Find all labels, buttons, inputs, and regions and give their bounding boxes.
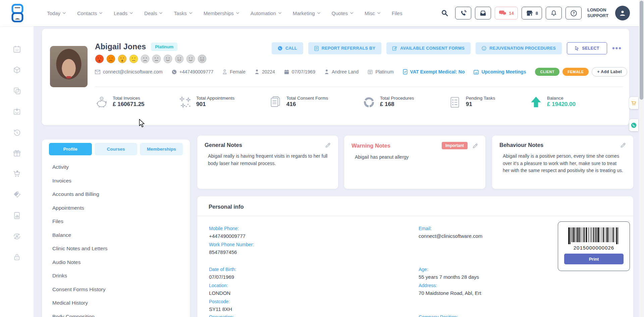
chevron-down-icon bbox=[236, 12, 239, 14]
mood-face-2-icon[interactable] bbox=[106, 54, 115, 63]
edit-icon[interactable] bbox=[325, 142, 331, 148]
menu-files[interactable]: Files bbox=[52, 215, 184, 228]
mood-scale[interactable] bbox=[95, 54, 207, 63]
tab-memberships[interactable]: Memberships bbox=[140, 143, 183, 155]
help-button[interactable]: ? bbox=[566, 7, 582, 19]
menu-appointments[interactable]: Appointments bbox=[52, 201, 184, 215]
store-button[interactable]: 8 bbox=[522, 7, 542, 19]
envelope-icon bbox=[95, 70, 100, 74]
mood-face-7-icon[interactable] bbox=[163, 54, 172, 63]
pending-tasks-icon bbox=[448, 96, 462, 109]
menu-clinic-notes[interactable]: Clinic Notes and Letters bbox=[52, 242, 184, 256]
menu-audio-notes[interactable]: Audio Notes bbox=[52, 256, 184, 269]
chevron-down-icon bbox=[189, 12, 192, 14]
client-photo[interactable] bbox=[50, 46, 88, 87]
menu-drinks[interactable]: Drinks bbox=[52, 269, 184, 283]
female-label-pill[interactable]: FEMALE bbox=[562, 68, 589, 76]
mood-face-1-icon[interactable] bbox=[95, 54, 104, 63]
profile-actions: CALL REPORT REFERRALS BY AVAILABLE CONSE… bbox=[272, 42, 622, 54]
scrollbar-thumb[interactable] bbox=[640, 1, 643, 100]
menu-consent-forms-history[interactable]: Consent Forms History bbox=[52, 283, 184, 297]
mood-face-4-icon[interactable] bbox=[129, 54, 138, 63]
mood-face-5-icon[interactable] bbox=[141, 54, 150, 63]
page-scrollbar[interactable] bbox=[639, 0, 644, 317]
menu-invoices[interactable]: Invoices bbox=[52, 174, 184, 188]
menu-item-marketing[interactable]: Marketing bbox=[293, 10, 320, 16]
select-button[interactable]: SELECT bbox=[567, 42, 607, 54]
available-consent-forms-button[interactable]: AVAILABLE CONSENT FORMS bbox=[386, 42, 471, 54]
tier-badge: Platinum bbox=[151, 43, 177, 51]
cart-icon[interactable] bbox=[13, 170, 21, 178]
add-label-button[interactable]: + Add Label bbox=[592, 67, 627, 76]
menu-item-misc[interactable]: Misc bbox=[365, 10, 380, 16]
tab-profile[interactable]: Profile bbox=[49, 143, 92, 155]
report-icon[interactable] bbox=[13, 211, 21, 220]
menu-item-files[interactable]: Files bbox=[392, 10, 402, 16]
chat-notifications-button[interactable]: 14 bbox=[495, 7, 518, 19]
rejuvenation-procedures-button[interactable]: REJUVENATION PROCEDURES bbox=[476, 42, 562, 54]
mood-face-10-icon[interactable] bbox=[198, 54, 207, 63]
menu-item-tasks[interactable]: Tasks bbox=[174, 10, 192, 16]
client-label-pill[interactable]: CLIENT bbox=[535, 68, 559, 76]
face-icon bbox=[482, 46, 486, 51]
app-logo[interactable] bbox=[10, 4, 25, 22]
email-item[interactable]: connect@clinicsoftware.com bbox=[95, 69, 163, 74]
calendar-import-icon[interactable] bbox=[13, 107, 21, 116]
gift-icon[interactable] bbox=[13, 149, 21, 157]
menu-item-quotes[interactable]: Quotes bbox=[332, 10, 353, 16]
label-pills: CLIENT FEMALE + Add Label bbox=[535, 67, 627, 76]
tab-courses[interactable]: Courses bbox=[95, 143, 138, 155]
quick-cart-button[interactable] bbox=[629, 97, 638, 109]
menu-item-contacts[interactable]: Contacts bbox=[77, 10, 102, 16]
vat-exempt-link[interactable]: VAT Exempt Medical: No bbox=[403, 69, 465, 74]
panel-tabs: Profile Courses Memberships bbox=[49, 143, 183, 155]
calendar-icon[interactable]: 12 bbox=[13, 45, 21, 53]
mood-face-3-icon[interactable] bbox=[118, 54, 127, 63]
print-button[interactable]: Print bbox=[564, 254, 624, 264]
menu-accounts-billing[interactable]: Accounts and Billing bbox=[52, 188, 184, 201]
call-button[interactable]: CALL bbox=[272, 42, 303, 54]
copy-icon[interactable] bbox=[13, 87, 21, 95]
quick-call-button[interactable] bbox=[629, 119, 638, 131]
svg-text:?: ? bbox=[573, 11, 575, 15]
search-icon[interactable] bbox=[441, 9, 449, 17]
menu-medical-history[interactable]: Medical History bbox=[52, 296, 184, 310]
tags-icon[interactable] bbox=[13, 191, 21, 199]
document-icon bbox=[314, 46, 319, 51]
mood-face-6-icon[interactable] bbox=[152, 54, 161, 63]
phone-calls-button[interactable] bbox=[455, 7, 471, 19]
menu-item-automation[interactable]: Automation bbox=[251, 10, 281, 16]
warning-notes-title: Warning Notes bbox=[352, 143, 390, 149]
phone-item[interactable]: +447490009777 bbox=[172, 69, 214, 74]
upcoming-meetings-link[interactable]: 12 Upcoming Meetings bbox=[474, 69, 526, 74]
main-menu: Today Contacts Leads Deals Tasks Members… bbox=[47, 10, 402, 16]
mood-face-8-icon[interactable] bbox=[175, 54, 184, 63]
edit-icon[interactable] bbox=[472, 143, 478, 149]
menu-item-today[interactable]: Today bbox=[47, 10, 66, 16]
menu-item-deals[interactable]: Deals bbox=[144, 10, 162, 16]
client-sync-icon[interactable] bbox=[13, 232, 21, 241]
menu-item-leads[interactable]: Leads bbox=[114, 10, 133, 16]
chevron-down-icon bbox=[377, 12, 380, 14]
stat-total-appointments: Total Appointments901 bbox=[178, 95, 234, 109]
inbox-button[interactable] bbox=[475, 7, 491, 19]
person-icon bbox=[619, 9, 627, 17]
report-referrals-button[interactable]: REPORT REFERRALS BY bbox=[308, 42, 381, 54]
barcode-number: 2015000000026 bbox=[574, 245, 614, 251]
user-avatar[interactable] bbox=[615, 6, 630, 20]
menu-body-composition[interactable]: Body Composition bbox=[52, 310, 184, 317]
phone-icon bbox=[172, 69, 177, 74]
package-icon[interactable] bbox=[13, 66, 21, 74]
menu-activity[interactable]: Activity bbox=[52, 160, 184, 174]
procedures-donut-icon bbox=[362, 96, 376, 109]
calendar-icon bbox=[284, 69, 289, 74]
notifications-button[interactable] bbox=[546, 7, 562, 19]
menu-balance[interactable]: Balance bbox=[52, 228, 184, 242]
history-icon[interactable] bbox=[13, 128, 21, 137]
edit-icon[interactable] bbox=[620, 142, 626, 148]
lock-icon[interactable] bbox=[13, 253, 21, 261]
mood-face-9-icon[interactable] bbox=[186, 54, 195, 63]
chevron-down-icon bbox=[63, 12, 66, 14]
menu-item-memberships[interactable]: Memberships bbox=[204, 10, 239, 16]
inbox-tray-icon bbox=[479, 10, 487, 16]
